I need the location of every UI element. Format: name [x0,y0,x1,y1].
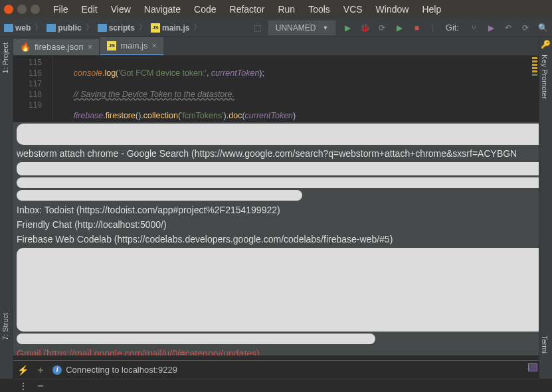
code-line: firebase.firestore().collection('fcmToke… [60,110,296,121]
search-result-row[interactable]: Gmail (https://mail.google.com/mail/u/0/… [13,346,539,355]
code-line: // Saving the Device Token to the datast… [60,89,296,100]
git-branch-icon[interactable]: ⑂ [468,23,479,33]
breadcrumb: web 〉 public 〉 scripts 〉 JSmain.js 〉 [4,22,203,33]
breadcrumb-mainjs[interactable]: JSmain.js [151,23,189,33]
breadcrumb-web[interactable]: web [4,23,31,33]
menu-code[interactable]: Code [189,3,221,16]
info-icon: i [52,365,62,375]
minimize-icon[interactable] [17,5,27,14]
close-tab-icon[interactable]: × [88,42,93,52]
code-editor[interactable]: 115 116 117 118 119 console.log('Got FCM… [13,56,539,122]
line-number: 118 [13,89,42,100]
titlebar: File Edit View Navigate Code Refactor Ru… [0,0,552,19]
run-config-select[interactable]: UNNAMED ▼ [268,21,336,35]
line-number: 116 [13,68,42,78]
menu-refactor[interactable]: Refactor [225,3,270,16]
code-content[interactable]: console.log('Got FCM device token:', cur… [53,56,296,122]
debug-panel: ⚡ + i Connecting to localhost:9229 ⋮ − [13,360,539,392]
line-number: 117 [13,78,42,89]
run-icon[interactable]: ▶ [342,23,353,33]
git-label: Git: [446,23,459,33]
chevron-right-icon: 〉 [192,22,203,33]
marker-strip [532,56,539,122]
terminal-tool-button[interactable]: Termi [539,330,550,359]
structure-tool-button[interactable]: 7: Struct [0,308,11,345]
editor-body: 115 116 117 118 119 console.log('Got FCM… [13,56,539,392]
line-number: 119 [13,100,42,110]
menu-tools[interactable]: Tools [303,3,335,16]
menu-navigate[interactable]: Navigate [139,3,186,16]
run-actions: ▶ 🐞 ⟳ ▶ ■ | Git: ⑂ ▶ ↶ ⟳ 🔍 [342,23,548,33]
project-tool-button[interactable]: 1: Project [0,37,11,78]
js-icon: JS [107,41,116,50]
run-config-label: UNNAMED [276,23,316,33]
main-menu: File Edit View Navigate Code Refactor Ru… [48,3,446,16]
menu-vcs[interactable]: VCS [338,3,368,16]
breadcrumb-scripts[interactable]: scripts [98,23,135,33]
line-number: 115 [13,57,42,68]
menu-window[interactable]: Window [371,3,414,16]
editor-tabs: 🔥 firebase.json × JS main.js × [0,37,552,56]
device-icon[interactable]: ⬚ [252,23,263,33]
more-icon[interactable]: ⋮ [19,381,28,391]
search-result-row[interactable]: Firebase Web Codelab (https://codelabs.d… [13,232,539,246]
terminal-icon[interactable] [528,363,537,371]
breadcrumb-label: web [15,23,31,33]
tab-label: main.js [120,41,147,50]
js-icon: JS [151,23,160,33]
folder-icon [98,24,107,32]
breadcrumb-label: scripts [109,23,135,33]
stop-icon[interactable]: ■ [411,23,422,33]
minus-icon[interactable]: − [37,380,43,392]
debug-toolbar: ⚡ + i Connecting to localhost:9229 [13,361,539,379]
search-everywhere-popup[interactable]: webstorm attach chrome - Google Search (… [13,122,539,355]
firebase-icon: 🔥 [20,42,31,52]
chevron-right-icon: 〉 [33,22,44,33]
gutter: 115 116 117 118 119 [13,56,53,122]
redacted-row [17,124,539,145]
chevron-right-icon: 〉 [138,22,148,33]
git-history-icon[interactable]: ↶ [503,23,513,33]
chevron-right-icon: 〉 [84,22,95,33]
close-tab-icon[interactable]: × [152,41,157,50]
left-tool-stripe: 1: Project 7: Struct [0,37,13,379]
key-promoter-tool-button[interactable]: Key Promoter [539,49,550,104]
search-icon[interactable]: 🔍 [537,23,548,33]
run-config: ⬚ UNNAMED ▼ [252,21,336,35]
debug-status: i Connecting to localhost:9229 [52,365,177,375]
git-pull-icon[interactable]: ⟳ [520,23,531,33]
search-result-row[interactable]: Inbox: Todoist (https://todoist.com/app#… [13,203,539,217]
tab-firebase-json[interactable]: 🔥 firebase.json × [13,38,99,55]
menu-run[interactable]: Run [272,3,300,16]
menu-edit[interactable]: Edit [76,3,103,16]
search-result-row[interactable]: webstorm attach chrome - Google Search (… [13,146,539,161]
debug-icon[interactable]: 🐞 [359,23,370,33]
window-controls [4,5,40,14]
maximize-icon[interactable] [31,5,40,14]
bolt-icon[interactable]: ⚡ [17,365,29,375]
coverage-icon[interactable]: ⟳ [377,23,387,33]
key-icon: 🔑 [539,37,552,49]
add-icon[interactable]: + [38,365,43,375]
toolbar: web 〉 public 〉 scripts 〉 JSmain.js 〉 ⬚ U… [0,19,552,37]
menu-file[interactable]: File [48,3,74,16]
run-alt-icon[interactable]: ▶ [394,23,405,33]
debug-sub-toolbar: ⋮ − [13,379,539,392]
redacted-row [17,248,539,332]
redacted-row [17,190,302,201]
redacted-row [17,334,375,344]
menu-view[interactable]: View [106,3,136,16]
menu-help[interactable]: Help [416,3,446,16]
chevron-down-icon: ▼ [322,25,328,31]
breadcrumb-label: main.js [162,23,189,33]
tab-label: firebase.json [35,42,84,52]
redacted-row [17,162,539,175]
breadcrumb-public[interactable]: public [46,23,81,33]
web-icon [4,24,13,32]
git-commit-icon[interactable]: ▶ [486,23,496,33]
search-result-row[interactable]: Friendly Chat (http://localhost:5000/) [13,217,539,232]
close-icon[interactable] [4,5,13,14]
tab-main-js[interactable]: JS main.js × [100,37,163,55]
debug-status-text: Connecting to localhost:9229 [66,365,177,375]
folder-icon [46,24,56,32]
